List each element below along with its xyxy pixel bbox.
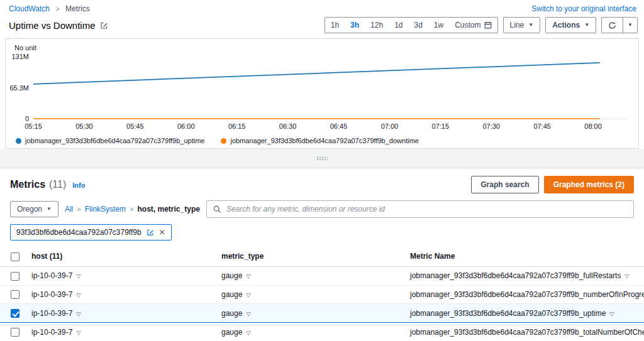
metric-search-input[interactable] [226, 205, 628, 214]
page-title: Uptime vs Downtime [9, 20, 108, 31]
refresh-options-dropdown[interactable]: ▼ [623, 17, 638, 33]
metrics-table-body: ip-10-0-39-7▽gauge▽jobmanager_93f3d3bf6d… [0, 266, 644, 341]
row-checkbox[interactable] [11, 272, 19, 281]
y-axis-label: 131M [11, 53, 29, 60]
select-all-checkbox[interactable] [11, 252, 19, 261]
filter-dropdown-icon[interactable]: ▽ [625, 273, 629, 279]
plot-area[interactable]: 131M65.3M0 [33, 57, 627, 119]
host-value: ip-10-0-39-7 [31, 271, 72, 280]
namespace-crumb[interactable]: FlinkSystem [85, 205, 126, 214]
time-range-custom[interactable]: Custom [449, 18, 497, 33]
actions-dropdown[interactable]: Actions ▼ [545, 17, 596, 33]
time-range-12h[interactable]: 12h [365, 18, 389, 33]
filter-dropdown-icon[interactable]: ▽ [76, 292, 80, 298]
time-range-3h[interactable]: 3h [345, 18, 365, 33]
metric-search-box[interactable] [206, 200, 634, 218]
namespace-breadcrumb: All>FlinkSystem>host, metric_type [65, 205, 200, 214]
row-checkbox[interactable] [11, 309, 19, 318]
refresh-button[interactable] [601, 17, 623, 33]
search-icon [213, 205, 221, 214]
metric-name-value: jobmanager_93f3d3bf6dbe6d4caa792a07c379f… [410, 290, 644, 299]
chevron-down-icon: ▼ [528, 23, 533, 28]
remove-filter-icon[interactable]: ✕ [159, 228, 165, 237]
actions-label: Actions [552, 21, 580, 30]
metric-type-value: gauge [221, 328, 242, 337]
refresh-split-button: ▼ [601, 17, 638, 33]
chart-type-label: Line [510, 21, 525, 30]
row-checkbox[interactable] [11, 328, 19, 337]
panel-divider [0, 149, 644, 168]
namespace-crumb: host, metric_type [138, 205, 200, 214]
edit-filter-icon[interactable] [147, 229, 154, 236]
breadcrumb-separator: > [55, 5, 59, 13]
info-link[interactable]: Info [72, 181, 85, 189]
time-range-1d[interactable]: 1d [389, 18, 408, 33]
x-axis-label: 05:30 [75, 122, 93, 130]
filter-chip-label: 93f3d3bf6dbe6d4caa792a07c379ff9b [16, 228, 142, 237]
metrics-table: host (11) metric_type Metric Name ip-10-… [0, 247, 644, 341]
metric-row[interactable]: ip-10-0-39-7▽gauge▽jobmanager_93f3d3bf6d… [0, 323, 644, 341]
metric-row[interactable]: ip-10-0-39-7▽gauge▽jobmanager_93f3d3bf6d… [0, 266, 644, 285]
host-value: ip-10-0-39-7 [31, 290, 72, 299]
filter-dropdown-icon[interactable]: ▽ [76, 273, 80, 279]
filter-dropdown-icon[interactable]: ▽ [246, 292, 250, 298]
x-axis-label: 06:45 [330, 122, 348, 130]
y-axis-label: 65.3M [9, 84, 29, 92]
legend-item[interactable]: jobmanager_93f3d3bf6dbe6d4caa792a07c379f… [221, 137, 419, 144]
chevron-down-icon: ▼ [628, 23, 633, 28]
time-range-3d[interactable]: 3d [408, 18, 428, 33]
breadcrumb: CloudWatch > Metrics [9, 4, 90, 13]
legend-color-dot [16, 138, 21, 144]
filter-dropdown-icon[interactable]: ▽ [609, 311, 614, 317]
x-axis-label: 07:00 [381, 122, 399, 130]
row-checkbox[interactable] [11, 290, 19, 299]
namespace-crumb[interactable]: All [65, 205, 73, 214]
filter-dropdown-icon[interactable]: ▽ [76, 311, 80, 317]
metrics-heading: Metrics (11) Info [10, 179, 85, 190]
y-axis-label: 0 [25, 115, 29, 122]
graphed-metrics-button[interactable]: Graphed metrics (2) [544, 176, 634, 193]
breadcrumb-separator: > [130, 205, 133, 213]
edit-title-icon[interactable] [100, 21, 108, 30]
filter-dropdown-icon[interactable]: ▽ [76, 330, 80, 336]
host-value: ip-10-0-39-7 [31, 309, 72, 318]
chevron-down-icon: ▼ [584, 23, 589, 28]
x-axis-label: 07:45 [533, 122, 551, 130]
region-dropdown[interactable]: Oregon ▼ [10, 201, 58, 217]
legend-color-dot [221, 138, 226, 144]
breadcrumb-cloudwatch-link[interactable]: CloudWatch [9, 4, 50, 13]
x-axis-label: 07:15 [432, 122, 450, 130]
metric-name-value: jobmanager_93f3d3bf6dbe6d4caa792a07c379f… [410, 271, 621, 280]
region-label: Oregon [17, 205, 42, 214]
metric-type-value: gauge [221, 271, 242, 280]
filter-dropdown-icon[interactable]: ▽ [246, 273, 250, 279]
column-header-metric-name[interactable]: Metric Name [405, 247, 644, 266]
search-filter-chip[interactable]: 93f3d3bf6dbe6d4caa792a07c379ff9b ✕ [10, 224, 172, 241]
legend-label: jobmanager_93f3d3bf6dbe6d4caa792a07c379f… [25, 137, 204, 144]
chart-type-dropdown[interactable]: Line ▼ [503, 17, 541, 33]
metric-row[interactable]: ip-10-0-39-7▽gauge▽jobmanager_93f3d3bf6d… [0, 304, 644, 323]
metric-row[interactable]: ip-10-0-39-7▽gauge▽jobmanager_93f3d3bf6d… [0, 285, 644, 304]
chart-toolbar: Uptime vs Downtime 1h3h12h1d3d1wCustom L… [0, 15, 644, 38]
metric-type-value: gauge [221, 309, 242, 318]
column-header-host[interactable]: host (11) [26, 247, 216, 266]
metrics-count: (11) [49, 179, 66, 190]
time-range-1w[interactable]: 1w [428, 18, 449, 33]
metric-name-value: jobmanager_93f3d3bf6dbe6d4caa792a07c379f… [410, 309, 606, 318]
filter-dropdown-icon[interactable]: ▽ [246, 330, 250, 336]
switch-interface-link[interactable]: Switch to your original interface [531, 4, 636, 13]
host-value: ip-10-0-39-7 [31, 328, 72, 337]
filter-dropdown-icon[interactable]: ▽ [246, 311, 250, 317]
x-axis-label: 05:45 [126, 122, 144, 130]
metrics-title: Metrics [10, 179, 45, 190]
metric-type-value: gauge [221, 290, 242, 299]
chart-title-text: Uptime vs Downtime [9, 20, 96, 31]
x-axis-label: 05:15 [25, 122, 42, 130]
legend-item[interactable]: jobmanager_93f3d3bf6dbe6d4caa792a07c379f… [16, 137, 204, 144]
panel-resize-handle[interactable] [316, 156, 328, 161]
chart-lines [33, 57, 627, 119]
time-range-1h[interactable]: 1h [325, 18, 345, 33]
column-header-metric-type[interactable]: metric_type [216, 247, 405, 266]
metrics-panel: Metrics (11) Info Graph search Graphed m… [0, 168, 644, 341]
graph-search-button[interactable]: Graph search [471, 176, 538, 193]
